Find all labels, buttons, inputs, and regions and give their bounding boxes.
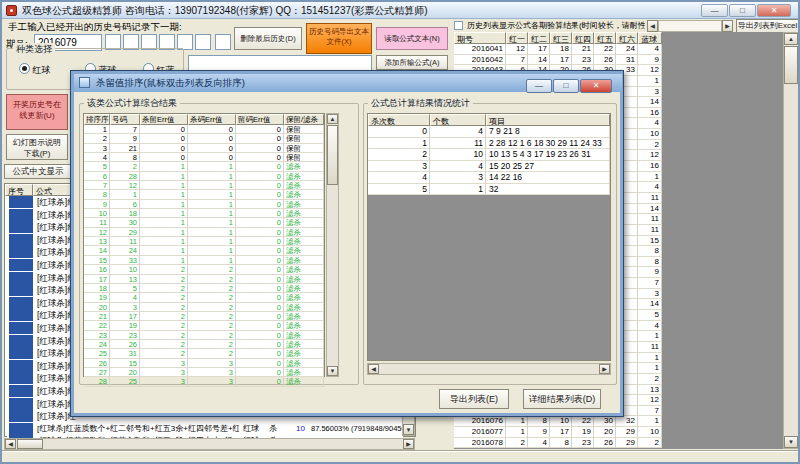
dialog-left-vscrollbar[interactable]: ▲ ▼ xyxy=(326,113,339,377)
formula-list-hscrollbar[interactable]: ◀ ▶ xyxy=(4,438,415,450)
checkbox-scroll-track[interactable] xyxy=(658,20,722,32)
dialog-left-row[interactable]: 29000保留 xyxy=(84,134,324,143)
formula-list-row[interactable]: [红球杀]红蓝质数个+红二邻号和+红五3余+红四邻号差+红球红球杀1087.56… xyxy=(7,423,403,437)
scroll-right-icon[interactable]: ▶ xyxy=(599,364,610,374)
show-verify-checkbox[interactable] xyxy=(454,21,463,30)
scroll-left-icon[interactable]: ◀ xyxy=(5,439,16,449)
dialog-minimize-button[interactable]: — xyxy=(526,79,552,93)
dialog-right-row[interactable]: 3415 20 25 27 xyxy=(368,161,610,173)
dialog-right-row[interactable]: 5132 xyxy=(368,184,610,196)
dialog-left-row[interactable]: 48000保留 xyxy=(84,153,324,162)
minimize-button[interactable]: — xyxy=(701,4,728,17)
export-to-excel-button[interactable]: 导出列表到Excel xyxy=(736,19,799,33)
manual-input-label: 手工输入已经开出的历史号码记录下一期: xyxy=(8,21,182,34)
detail-result-button[interactable]: 详细结果列表(D) xyxy=(523,389,601,409)
dialog-left-row[interactable]: 2615330滤杀 xyxy=(84,359,324,368)
dialog-maximize-button[interactable]: □ xyxy=(553,79,579,93)
scroll-up-icon[interactable]: ▲ xyxy=(784,33,798,45)
dialog-left-row[interactable]: 1018110滤杀 xyxy=(84,209,324,218)
dialog-left-row[interactable]: 628110滤杀 xyxy=(84,172,324,181)
export-list-button[interactable]: 导出列表(E) xyxy=(439,389,509,409)
dialog-right-row[interactable]: 21010 13 5 4 3 17 19 23 26 31 xyxy=(368,149,610,161)
dialog-right-hscrollbar[interactable]: ◀ ▶ xyxy=(367,363,611,375)
dialog-left-cell: 1 xyxy=(140,200,188,209)
dialog-left-cell: 2 xyxy=(140,303,188,312)
dialog-left-row[interactable]: 194220滤杀 xyxy=(84,293,324,302)
dialog-left-cell: 2 xyxy=(140,275,188,284)
dialog-left-row[interactable]: 2825330滤杀 xyxy=(84,377,324,386)
dialog-right-cell: 11 xyxy=(430,138,486,150)
scroll-right-icon[interactable]: ▶ xyxy=(722,20,733,32)
export-history-text-button[interactable]: 历史号码导出文本 文件(X) xyxy=(306,23,372,54)
dialog-title: 杀留值排序(鼠标双击列表反向排序) xyxy=(96,77,245,88)
scroll-down-icon[interactable]: ▼ xyxy=(327,366,338,376)
dialog-right-cell: 10 xyxy=(430,149,486,161)
scroll-thumb[interactable] xyxy=(17,439,43,449)
delete-last-history-button[interactable]: 删除最后历史(D) xyxy=(234,27,302,50)
dialog-left-row[interactable]: 712110滤杀 xyxy=(84,181,324,190)
history-cell: 3 xyxy=(638,289,662,300)
dialog-left-row[interactable]: 2219220滤杀 xyxy=(84,321,324,330)
dialog-left-row[interactable]: 1424110滤杀 xyxy=(84,246,324,255)
scroll-up-icon[interactable]: ▲ xyxy=(327,114,338,124)
update-history-online-button[interactable]: 开奖历史号在 线更新(U) xyxy=(6,94,68,130)
scroll-thumb[interactable] xyxy=(327,125,338,185)
history-table-row[interactable]: 20160782482326292 xyxy=(454,438,662,449)
scroll-right-icon[interactable]: ▶ xyxy=(403,439,414,449)
dialog-left-cell: 1 xyxy=(188,228,236,237)
dialog-left-cell: 10 xyxy=(84,209,110,218)
dialog-right-row[interactable]: 047 9 21 8 xyxy=(368,126,610,138)
dialog-left-row[interactable]: 2720330滤杀 xyxy=(84,368,324,377)
dialog-close-button[interactable]: ✕ xyxy=(580,79,612,93)
dialog-left-cell: 滤杀 xyxy=(284,218,324,227)
blue-ball-input[interactable] xyxy=(215,34,231,50)
dialog-left-row[interactable]: 2426220滤杀 xyxy=(84,340,324,349)
close-button[interactable]: ✕ xyxy=(757,4,791,17)
history-table-row[interactable]: 20160411217182122244 xyxy=(454,44,662,55)
dialog-left-row[interactable]: 81110滤杀 xyxy=(84,190,324,199)
show-verify-checkbox-label[interactable]: 历史列表显示公式各期验算结果(时间较长，请耐性等待...) xyxy=(467,20,645,31)
formula-chinese-display-button[interactable]: 公式中文显示 xyxy=(4,164,72,179)
slideshow-download-button[interactable]: 幻灯图示说明 下载(P) xyxy=(6,134,68,160)
scroll-down-icon[interactable]: ▼ xyxy=(784,436,798,448)
dialog-left-row[interactable]: 185220滤杀 xyxy=(84,284,324,293)
history-table-row[interactable]: 2016042714172326319 xyxy=(454,55,662,66)
dialog-left-row[interactable]: 2323220滤杀 xyxy=(84,331,324,340)
dialog-left-cell: 滤杀 xyxy=(284,237,324,246)
scroll-left-icon[interactable]: ◀ xyxy=(647,20,658,32)
history-table-vscrollbar[interactable]: ▲ ▼ xyxy=(783,32,799,449)
dialog-left-row[interactable]: 52110滤杀 xyxy=(84,162,324,171)
dialog-left-row[interactable]: 2531220滤杀 xyxy=(84,349,324,358)
dialog-left-row[interactable]: 96110滤杀 xyxy=(84,200,324,209)
dialog-left-row[interactable]: 1533110滤杀 xyxy=(84,256,324,265)
dialog-left-row[interactable]: 1610220滤杀 xyxy=(84,265,324,274)
dialog-left-row[interactable]: 203220滤杀 xyxy=(84,303,324,312)
dialog-left-cell: 保留 xyxy=(284,144,324,153)
history-table-row[interactable]: 201607618102230321 xyxy=(454,416,662,427)
ball-input-6[interactable] xyxy=(195,34,211,50)
maximize-button[interactable]: □ xyxy=(729,4,756,17)
scroll-left-icon[interactable]: ◀ xyxy=(368,364,379,374)
scroll-thumb[interactable] xyxy=(784,46,798,84)
dialog-left-row[interactable]: 17000保留 xyxy=(84,125,324,134)
dialog-left-row[interactable]: 1229110滤杀 xyxy=(84,228,324,237)
dialog-left-row[interactable]: 1713220滤杀 xyxy=(84,275,324,284)
dialog-left-row[interactable]: 1311110滤杀 xyxy=(84,237,324,246)
dialog-left-row[interactable]: 321000保留 xyxy=(84,144,324,153)
radio-red-ball[interactable]: 红球 xyxy=(19,63,51,77)
history-table-row[interactable]: 2016077191719202910 xyxy=(454,427,662,438)
dialog-right-row[interactable]: 4314 22 16 xyxy=(368,172,610,184)
formula-kill-flag: 杀 xyxy=(269,423,281,435)
dialog-left-cell: 1 xyxy=(188,209,236,218)
dialog-left-row[interactable]: 2117220滤杀 xyxy=(84,312,324,321)
history-cell: 8 xyxy=(528,416,550,427)
dialog-left-cell: 20 xyxy=(84,303,110,312)
dialog-left-cell: 2 xyxy=(140,349,188,358)
dialog-right-row[interactable]: 1112 28 12 1 6 18 30 29 11 24 33 xyxy=(368,138,610,150)
add-formula-button[interactable]: 添加所输公式(A) xyxy=(376,55,448,70)
read-formula-text-button[interactable]: 读取公式文本(N) xyxy=(376,27,448,50)
dialog-left-cell: 18 xyxy=(110,209,140,218)
scroll-down-icon[interactable]: ▼ xyxy=(403,424,414,435)
dialog-left-row[interactable]: 1130110滤杀 xyxy=(84,218,324,227)
dialog-right-cell: 0 xyxy=(368,126,430,138)
